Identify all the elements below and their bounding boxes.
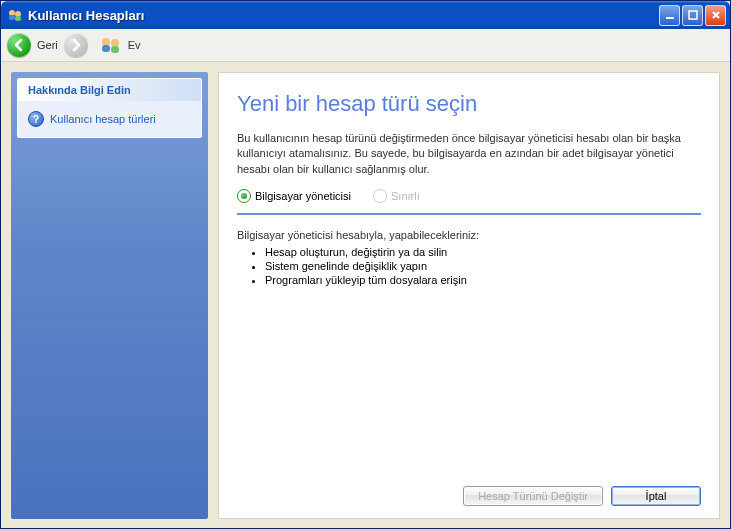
window-frame: Kullanıcı Hesapları Geri: [0, 0, 731, 529]
svg-point-8: [111, 39, 119, 47]
back-label: Geri: [37, 39, 58, 51]
divider: [237, 213, 701, 215]
button-row: Hesap Türünü Değiştir İptal: [237, 478, 701, 506]
task-box-header: Hakkında Bilgi Edin: [18, 79, 201, 101]
maximize-button[interactable]: [682, 5, 703, 26]
task-box: Hakkında Bilgi Edin ? Kullanıcı hesap tü…: [17, 78, 202, 138]
change-type-button: Hesap Türünü Değiştir: [463, 486, 603, 506]
home-icon: [100, 36, 122, 54]
radio-limited-label: Sınırlı: [391, 190, 420, 202]
content-area: Yeni bir hesap türü seçin Bu kullanıcını…: [218, 72, 720, 519]
help-icon: ?: [28, 111, 44, 127]
svg-rect-5: [689, 11, 697, 19]
task-link-account-types[interactable]: ? Kullanıcı hesap türleri: [28, 109, 191, 129]
radio-admin-label: Bilgisayar yöneticisi: [255, 190, 351, 202]
body-area: Hakkında Bilgi Edin ? Kullanıcı hesap tü…: [1, 62, 730, 529]
page-title: Yeni bir hesap türü seçin: [237, 91, 701, 117]
svg-rect-1: [9, 15, 15, 20]
radio-limited: Sınırlı: [373, 189, 420, 203]
svg-rect-3: [15, 16, 21, 21]
minimize-button[interactable]: [659, 5, 680, 26]
radio-dot-icon: [237, 189, 251, 203]
window-controls: [659, 5, 726, 26]
back-button[interactable]: [7, 33, 31, 57]
titlebar: Kullanıcı Hesapları: [1, 1, 730, 29]
radio-admin[interactable]: Bilgisayar yöneticisi: [237, 189, 351, 203]
capability-item: Programları yükleyip tüm dosyalara erişi…: [265, 273, 701, 287]
sidepanel: Hakkında Bilgi Edin ? Kullanıcı hesap tü…: [11, 72, 208, 519]
capabilities-list: Hesap oluşturun, değiştirin ya da silin …: [237, 245, 701, 287]
forward-button[interactable]: [64, 33, 88, 57]
svg-point-6: [102, 38, 110, 46]
app-icon: [7, 7, 23, 23]
window-title: Kullanıcı Hesapları: [28, 8, 659, 23]
svg-rect-9: [111, 46, 119, 53]
toolbar: Geri Ev: [1, 29, 730, 62]
capability-item: Hesap oluşturun, değiştirin ya da silin: [265, 245, 701, 259]
close-button[interactable]: [705, 5, 726, 26]
home-label[interactable]: Ev: [128, 39, 141, 51]
svg-rect-7: [102, 45, 110, 52]
task-box-body: ? Kullanıcı hesap türleri: [18, 101, 201, 137]
capability-item: Sistem genelinde değişiklik yapın: [265, 259, 701, 273]
capabilities-title: Bilgisayar yöneticisi hesabıyla, yapabil…: [237, 229, 701, 241]
task-link-label: Kullanıcı hesap türleri: [50, 113, 156, 125]
account-type-options: Bilgisayar yöneticisi Sınırlı: [237, 189, 701, 209]
cancel-button[interactable]: İptal: [611, 486, 701, 506]
radio-dot-icon: [373, 189, 387, 203]
svg-rect-4: [666, 17, 674, 19]
description-text: Bu kullanıcının hesap türünü değiştirmed…: [237, 131, 701, 177]
